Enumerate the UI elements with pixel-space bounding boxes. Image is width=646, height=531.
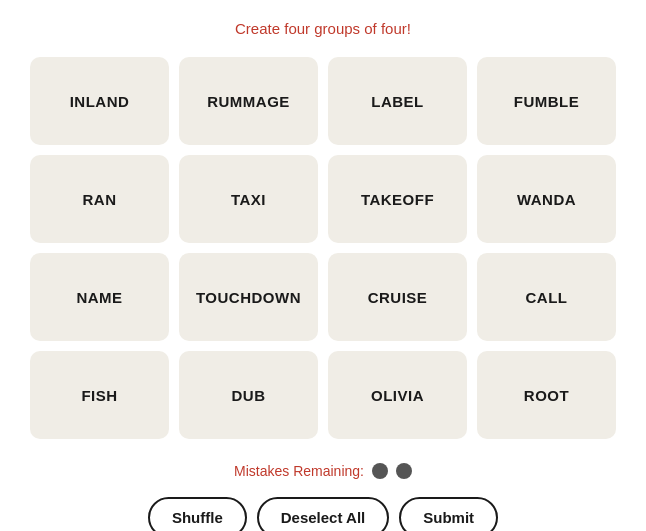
main-container: Create four groups of four! INLANDRUMMAG… xyxy=(0,0,646,531)
word-card-label: TAXI xyxy=(231,191,266,208)
word-card-label: OLIVIA xyxy=(371,387,424,404)
word-card-label: WANDA xyxy=(517,191,576,208)
word-card[interactable]: OLIVIA xyxy=(328,351,467,439)
word-card-label: CALL xyxy=(526,289,568,306)
word-card-label: FISH xyxy=(81,387,117,404)
word-card[interactable]: CALL xyxy=(477,253,616,341)
word-card[interactable]: LABEL xyxy=(328,57,467,145)
word-card-label: TOUCHDOWN xyxy=(196,289,301,306)
word-card-label: TAKEOFF xyxy=(361,191,434,208)
word-card[interactable]: FISH xyxy=(30,351,169,439)
deselect-all-button[interactable]: Deselect All xyxy=(257,497,390,531)
mistakes-label: Mistakes Remaining: xyxy=(234,463,364,479)
word-card[interactable]: TAXI xyxy=(179,155,318,243)
mistake-dot-1 xyxy=(372,463,388,479)
word-card-label: DUB xyxy=(232,387,266,404)
action-buttons: Shuffle Deselect All Submit xyxy=(148,497,498,531)
shuffle-button[interactable]: Shuffle xyxy=(148,497,247,531)
word-card[interactable]: ROOT xyxy=(477,351,616,439)
word-grid: INLANDRUMMAGELABELFUMBLERANTAXITAKEOFFWA… xyxy=(30,57,616,439)
word-card-label: RUMMAGE xyxy=(207,93,290,110)
word-card[interactable]: CRUISE xyxy=(328,253,467,341)
word-card-label: INLAND xyxy=(70,93,130,110)
word-card[interactable]: DUB xyxy=(179,351,318,439)
word-card-label: NAME xyxy=(76,289,122,306)
word-card-label: ROOT xyxy=(524,387,569,404)
word-card[interactable]: TOUCHDOWN xyxy=(179,253,318,341)
word-card[interactable]: RAN xyxy=(30,155,169,243)
page-title: Create four groups of four! xyxy=(235,20,411,37)
word-card[interactable]: WANDA xyxy=(477,155,616,243)
word-card[interactable]: TAKEOFF xyxy=(328,155,467,243)
word-card[interactable]: RUMMAGE xyxy=(179,57,318,145)
word-card[interactable]: INLAND xyxy=(30,57,169,145)
word-card-label: FUMBLE xyxy=(514,93,580,110)
mistake-dot-2 xyxy=(396,463,412,479)
word-card-label: LABEL xyxy=(371,93,424,110)
word-card[interactable]: NAME xyxy=(30,253,169,341)
submit-button[interactable]: Submit xyxy=(399,497,498,531)
mistakes-row: Mistakes Remaining: xyxy=(234,463,412,479)
word-card[interactable]: FUMBLE xyxy=(477,57,616,145)
word-card-label: CRUISE xyxy=(368,289,428,306)
word-card-label: RAN xyxy=(83,191,117,208)
